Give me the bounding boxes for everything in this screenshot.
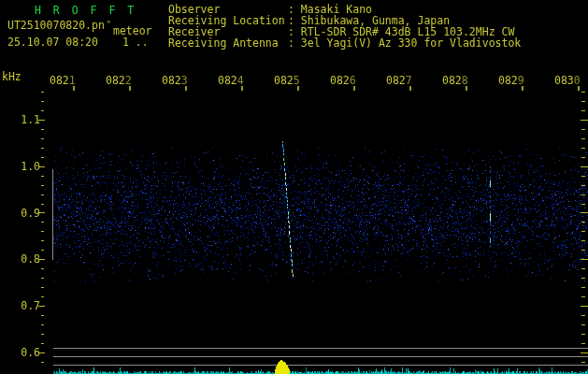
echo-count: 1 .. [122,36,149,48]
freq-unit-label: kHz [2,71,22,82]
freq-tick-label: 0.9 [18,208,40,219]
time-tick-label: 0829 [498,75,524,86]
hrofft-window: H R O F F T UT2510070820.pn " meteor 25.… [0,0,588,374]
time-tick-label: 0827 [386,75,412,86]
app-title: H R O F F T [35,5,136,16]
time-tick-label: 0830 [554,75,581,86]
freq-tick-label: 1.1 [18,114,40,125]
field-label: Receiving Antenna [168,37,279,49]
freq-tick-label: 0.6 [18,347,40,358]
datetime-label: 25.10.07 08:20 [7,36,98,48]
output-filename: UT2510070820.pn [7,20,105,31]
time-tick-label: 0828 [442,75,468,86]
time-tick-label: 0821 [50,75,76,86]
time-tick-label: 0823 [162,75,188,86]
freq-tick-label: 0.8 [18,253,40,265]
freq-tick-label: 1.0 [18,161,40,172]
field-value: : 3el Yagi(V) Az 330 for Vladivostok [288,37,521,49]
time-tick-label: 0824 [218,75,244,86]
freq-tick-label: 0.7 [18,300,40,311]
time-tick-label: 0825 [274,75,300,86]
spectrogram-canvas [0,0,588,374]
time-tick-label: 0826 [330,75,356,86]
filename-artifact: " [107,20,111,31]
time-tick-label: 0822 [106,75,132,86]
